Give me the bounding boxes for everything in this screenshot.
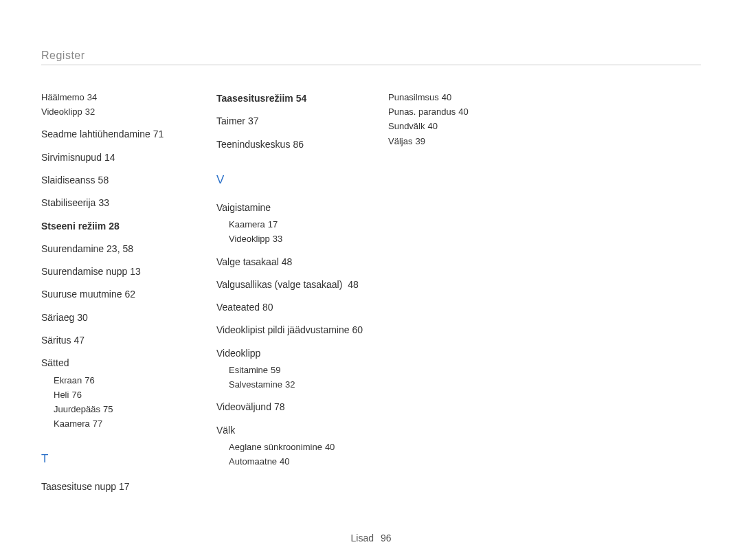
index-entry: Teeninduskeskus86 — [216, 137, 368, 151]
sub-label: Sundvälk — [388, 121, 425, 131]
entry-page: 23, 58 — [106, 243, 133, 254]
entry-label: Taasesituse nupp — [41, 481, 116, 492]
entry-label: Valgusallikas (valge tasakaal) — [216, 279, 342, 290]
index-sub-entry: Aeglane sünkroonimine40 — [229, 441, 368, 453]
sub-page: 40 — [427, 121, 437, 131]
sub-page: 77 — [93, 418, 102, 429]
entry-page: 48 — [282, 256, 293, 267]
entry-page: 71 — [153, 128, 164, 139]
footer-label: Lisad — [351, 533, 374, 544]
sub-label: Heli — [54, 390, 69, 400]
sub-label: Punas. parandus — [388, 107, 456, 117]
entry-label: Veateated — [216, 302, 260, 313]
entry-label: Stabiliseerija — [41, 197, 95, 208]
page-header: Register — [41, 49, 701, 65]
sub-label: Salvestamine — [229, 379, 282, 390]
index-entry: Suurendamine23, 58 — [41, 242, 196, 256]
sub-label: Häälmemo — [41, 92, 85, 102]
index-entry: Taasesituse nupp17 — [41, 480, 196, 493]
sub-page: 32 — [85, 107, 95, 117]
index-entry: Stabiliseerija33 — [41, 196, 196, 210]
index-entry: Slaidiseanss58 — [41, 173, 196, 187]
entry-page: 30 — [77, 312, 88, 323]
sub-page: 76 — [85, 375, 94, 385]
index-entry: Videoklipist pildi jäädvustamine60 — [216, 323, 368, 337]
entry-label: Välk — [216, 425, 235, 436]
entry-label: Sirvimisnupud — [41, 152, 102, 163]
sub-page: 40 — [442, 92, 451, 102]
index-entry: Sirvimisnupud14 — [41, 150, 196, 164]
index-entry: Valge tasakaal48 — [216, 255, 368, 269]
index-sub-entry: Juurdepääs75 — [54, 403, 196, 416]
column-2: Taasesitusrežiim54 Taimer37 Teeninduskes… — [216, 91, 368, 503]
entry-label: Slaidiseanss — [41, 175, 95, 186]
entry-page: 47 — [74, 335, 85, 346]
index-sub-entry: Salvestamine32 — [229, 379, 368, 391]
entry-label: Suurendamise nupp — [41, 266, 127, 277]
index-entry: Taimer37 — [216, 114, 368, 128]
sub-page: 34 — [87, 92, 97, 102]
index-entry: Häälmemo34 Videoklipp32 — [41, 91, 196, 118]
index-entry: Säriaeg30 — [41, 311, 196, 324]
header-title: Register — [41, 49, 701, 65]
entry-page: 33 — [98, 197, 109, 208]
entry-page: 80 — [262, 302, 273, 313]
entry-page: 37 — [248, 115, 259, 126]
index-sub-entry: Heli76 — [54, 389, 196, 401]
entry-page: 54 — [296, 93, 307, 104]
entry-page: 13 — [130, 266, 141, 277]
index-entry: Suurendamise nupp13 — [41, 265, 196, 278]
entry-page: 60 — [352, 324, 363, 335]
index-sub-entry: Kaamera17 — [229, 219, 368, 231]
entry-label: Teeninduskeskus — [216, 139, 290, 150]
entry-label: Sätted — [41, 357, 69, 368]
index-columns: Häälmemo34 Videoklipp32 Seadme lahtiühen… — [41, 72, 701, 503]
entry-label: Taimer — [216, 115, 245, 126]
sub-page: 39 — [415, 136, 425, 146]
sub-page: 40 — [458, 107, 468, 117]
entry-label: Suuruse muutmine — [41, 289, 122, 300]
index-sub-entry: Häälmemo34 — [41, 91, 196, 104]
sub-page: 59 — [271, 365, 280, 375]
entry-label: Seadme lahtiühendamine — [41, 128, 150, 139]
section-letter-t: T — [41, 452, 196, 466]
entry-label: Videoväljund — [216, 401, 271, 412]
index-entry: Seadme lahtiühendamine71 — [41, 127, 196, 141]
index-entry: Suuruse muutmine62 — [41, 287, 196, 301]
sub-page: 40 — [325, 442, 335, 452]
index-entry: Välk Aeglane sünkroonimine40 Automaatne4… — [216, 423, 368, 469]
entry-page: 48 — [348, 279, 359, 290]
entry-label: Videoklipp — [216, 348, 260, 359]
sub-label: Juurdepääs — [54, 404, 100, 414]
sub-label: Esitamine — [229, 365, 268, 375]
entry-label: Säriaeg — [41, 312, 74, 323]
index-entry: Punasilmsus40 Punas. parandus40 Sundvälk… — [388, 91, 539, 148]
sub-page: 33 — [273, 234, 282, 244]
sub-page: 17 — [268, 219, 278, 229]
entry-page: 62 — [125, 289, 136, 300]
section-letter-v: V — [216, 173, 368, 187]
sub-label: Kaamera — [54, 418, 90, 429]
entry-page: 28 — [109, 221, 120, 232]
entry-page: 17 — [119, 481, 130, 492]
page-footer: Lisad 96 — [0, 533, 742, 544]
sub-label: Ekraan — [54, 375, 82, 385]
index-sub-entry: Esitamine59 — [229, 364, 368, 377]
index-entry: Videoväljund78 — [216, 400, 368, 414]
entry-page: 58 — [98, 175, 109, 186]
sub-label: Punasilmsus — [388, 92, 439, 102]
header-divider — [41, 65, 701, 65]
index-sub-entry: Sundvälk40 — [388, 120, 539, 133]
entry-page: 14 — [104, 152, 115, 163]
index-entry: Stseeni režiim28 — [41, 219, 196, 233]
sub-page: 76 — [71, 390, 81, 400]
index-sub-entry: Ekraan76 — [54, 374, 196, 387]
index-sub-entry: Videoklipp33 — [229, 233, 368, 245]
index-sub-entry: Punasilmsus40 — [388, 91, 539, 104]
entry-page: 78 — [274, 401, 285, 412]
entry-label: Valge tasakaal — [216, 256, 279, 267]
sub-label: Väljas — [388, 136, 412, 146]
index-entry: Videoklipp Esitamine59 Salvestamine32 — [216, 346, 368, 392]
index-sub-entry: Väljas39 — [388, 135, 539, 148]
index-entry: Säritus47 — [41, 333, 196, 347]
